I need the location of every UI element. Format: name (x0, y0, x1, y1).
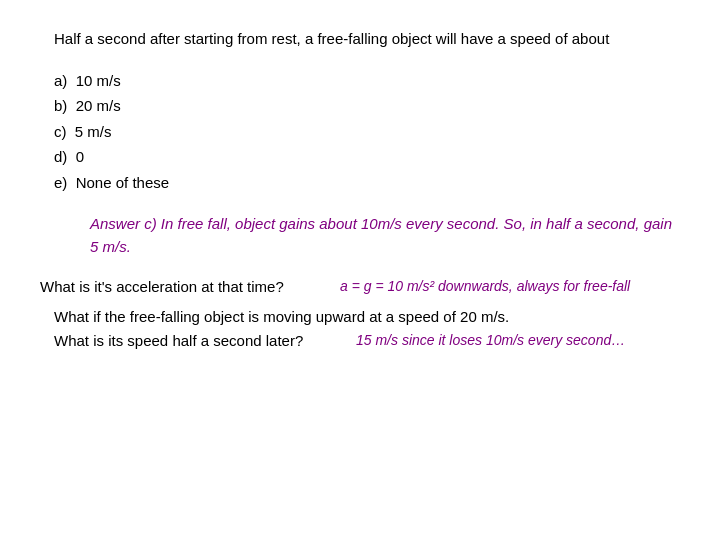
option-a: a) 10 m/s (54, 68, 680, 94)
followup1-question: What is it's acceleration at that time? (40, 276, 340, 298)
followup2-last-row: What is its speed half a second later? 1… (40, 330, 680, 352)
option-d-label: d) (54, 148, 76, 165)
option-c-value: 5 m/s (75, 123, 112, 140)
option-b: b) 20 m/s (54, 93, 680, 119)
option-e-value: None of these (76, 174, 169, 191)
option-c: c) 5 m/s (54, 119, 680, 145)
followup1-row: What is it's acceleration at that time? … (40, 276, 680, 298)
options-list: a) 10 m/s b) 20 m/s c) 5 m/s d) 0 e) Non… (54, 68, 680, 196)
question-body: Half a second after starting from rest, … (54, 30, 609, 47)
option-b-value: 20 m/s (76, 97, 121, 114)
option-d: d) 0 (54, 144, 680, 170)
option-d-value: 0 (76, 148, 84, 165)
page: Half a second after starting from rest, … (0, 0, 720, 540)
option-a-value: 10 m/s (76, 72, 121, 89)
followup2-answer: 15 m/s since it loses 10m/s every second… (356, 330, 680, 350)
answer-text: Answer c) In free fall, object gains abo… (90, 213, 680, 258)
followup1-answer: a = g = 10 m/s² downwards, always for fr… (340, 276, 680, 296)
option-a-label: a) (54, 72, 76, 89)
option-c-label: c) (54, 123, 75, 140)
followup-section: What is it's acceleration at that time? … (40, 276, 680, 351)
followup2-question-line1: What if the free-falling object is movin… (54, 306, 680, 328)
option-e-label: e) (54, 174, 76, 191)
option-e: e) None of these (54, 170, 680, 196)
answer-box: Answer c) In free fall, object gains abo… (90, 213, 680, 258)
followup2-question-line2: What is its speed half a second later? (54, 330, 356, 352)
question-text: Half a second after starting from rest, … (40, 28, 680, 50)
option-b-label: b) (54, 97, 76, 114)
